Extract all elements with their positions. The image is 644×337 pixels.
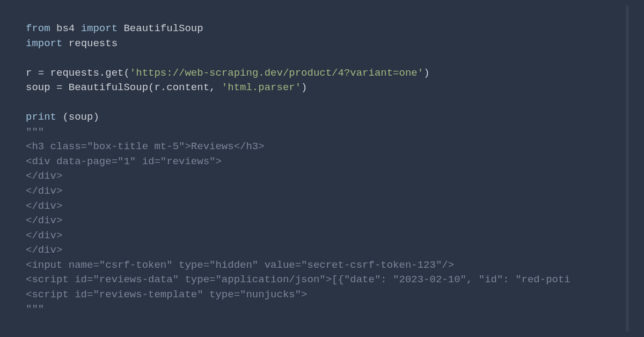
code-line-15-output: </div>	[26, 229, 618, 244]
code-line-8-docstring-open: """	[26, 125, 618, 140]
code-line-blank-2	[26, 96, 618, 111]
module-requests: requests	[62, 38, 118, 49]
code-line-16-output: </div>	[26, 243, 618, 258]
code-editor[interactable]: from bs4 import BeautifulSoup import req…	[26, 21, 618, 317]
paren-close: )	[301, 82, 307, 93]
code-line-7: print (soup)	[26, 110, 618, 125]
assignment-soup: soup = BeautifulSoup(r.content,	[26, 82, 222, 93]
code-line-4: r = requests.get('https://web-scraping.d…	[26, 66, 618, 81]
vertical-scrollbar[interactable]	[626, 5, 629, 332]
code-line-9-output: <h3 class="box-title mt-5">Reviews</h3>	[26, 140, 618, 155]
module-bs4: bs4	[50, 23, 81, 34]
code-line-1: from bs4 import BeautifulSoup	[26, 21, 618, 36]
code-line-13-output: </div>	[26, 199, 618, 214]
string-url: 'https://web-scraping.dev/product/4?vari…	[130, 67, 423, 79]
code-line-12-output: </div>	[26, 184, 618, 199]
print-arg: (soup)	[56, 111, 99, 123]
string-parser: 'html.parser'	[222, 82, 301, 93]
code-line-18-output: <script id="reviews-data" type="applicat…	[26, 273, 618, 288]
code-line-17-output: <input name="csrf-token" type="hidden" v…	[26, 258, 618, 273]
code-line-blank-1	[26, 51, 618, 66]
keyword-import: import	[81, 23, 118, 34]
code-line-11-output: </div>	[26, 169, 618, 184]
paren-close: )	[423, 67, 429, 79]
keyword-from: from	[26, 23, 50, 34]
code-line-10-output: <div data-page="1" id="reviews">	[26, 155, 618, 170]
class-beautifulsoup: BeautifulSoup	[118, 23, 203, 34]
code-line-20-docstring-close: """	[26, 302, 618, 317]
code-line-5: soup = BeautifulSoup(r.content, 'html.pa…	[26, 80, 618, 96]
code-line-14-output: </div>	[26, 214, 618, 229]
code-line-19-output: <script id="reviews-template" type="nunj…	[26, 288, 618, 303]
keyword-import: import	[26, 38, 62, 49]
assignment-r: r = requests.get(	[26, 67, 130, 79]
code-line-2: import requests	[26, 36, 618, 52]
func-print: print	[26, 111, 56, 123]
